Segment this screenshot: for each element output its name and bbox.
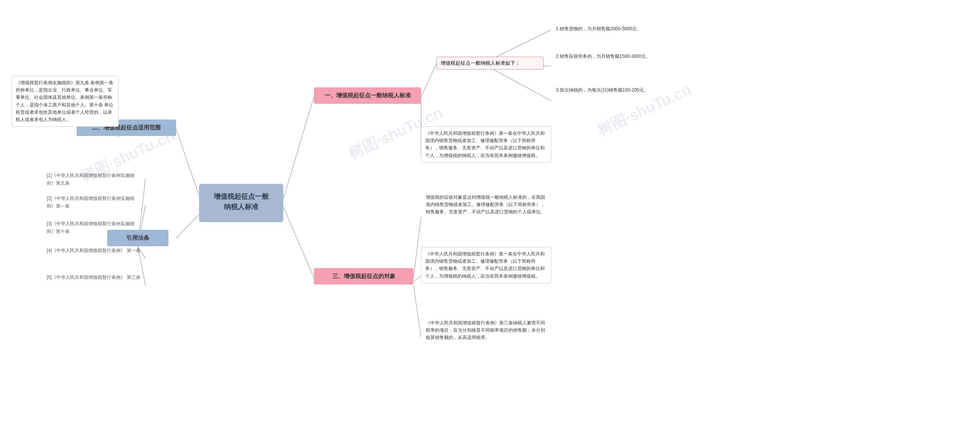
ref-item-3: [3]《中华人民共和国增值税暂行条例实施细则》第十条 bbox=[42, 217, 145, 239]
branch-node-3: 三、增值税起征点的对象 bbox=[314, 268, 413, 285]
taxation-object-desc: 增值税的征收对象是达到增值税一般纳税人标准的，在我国境内销售货物或者加工、修理修… bbox=[421, 191, 551, 219]
right-item-1: 1.销售货物的，为月销售额2000-5000元。 bbox=[551, 22, 681, 36]
right-item-2: 2.销售应税劳务的，为月销售额1500-3000元。 bbox=[551, 50, 681, 63]
standard-label-box: 增值税起征点一般纳税人标准如下： bbox=[436, 57, 544, 70]
svg-line-11 bbox=[413, 285, 421, 337]
svg-line-0 bbox=[283, 97, 314, 199]
svg-line-1 bbox=[283, 207, 314, 278]
ref-4-text: [4]《中华人民共和国增值税暂行条例》 第一条 bbox=[47, 248, 140, 253]
right-item-3-text: 3.按次纳税的，为每次(日)销售额150-200元。 bbox=[556, 87, 648, 93]
law-ref-1-box: 《中华人民共和国增值税暂行条例》第一条在中华人民共和国境内销售货物或者加工、修理… bbox=[421, 126, 551, 163]
ref-item-1: [1]《中华人民共和国增值税暂行条例实施细则》第九条 bbox=[42, 169, 145, 190]
right-item-3: 3.按次纳税的，为每次(日)销售额150-200元。 bbox=[551, 83, 681, 97]
branch-node-1: 一、增值税起征点一般纳税人标准 bbox=[314, 87, 421, 104]
ref-item-4: [4]《中华人民共和国增值税暂行条例》 第一条 bbox=[42, 244, 145, 257]
ref-5-text: [5]《中华人民共和国增值税暂行条例》 第三条 bbox=[47, 275, 140, 280]
taxation-object-text: 增值税的征收对象是达到增值税一般纳税人标准的，在我国境内销售货物或者加工、修理修… bbox=[426, 195, 545, 214]
ref-2-text: [2]《中华人民共和国增值税暂行条例实施细则》第一条 bbox=[47, 196, 134, 209]
ref-item-5: [5]《中华人民共和国增值税暂行条例》 第三条 bbox=[42, 270, 145, 284]
law-ref-3b-text: 《中华人民共和国增值税暂行条例》第三条纳税人兼营不同税率的项目，应当分别核算不同… bbox=[426, 320, 545, 340]
right-item-1-text: 1.销售货物的，为月销售额2000-5000元。 bbox=[556, 26, 641, 31]
law-ref-3b-box: 《中华人民共和国增值税暂行条例》第三条纳税人兼营不同税率的项目，应当分别核算不同… bbox=[421, 316, 551, 345]
ref-3-text: [3]《中华人民共和国增值税暂行条例实施细则》第十条 bbox=[47, 221, 134, 234]
canvas: 树图·shuTu.cn 树图·shuTu.cn 树图·shuTu.cn bbox=[0, 0, 980, 437]
ref-1-text: [1]《中华人民共和国增值税暂行条例实施细则》第九条 bbox=[47, 173, 134, 186]
law-ref-3a-text: 《中华人民共和国增值税暂行条例》第一条在中华人民共和国境内销售货物或者加工、修理… bbox=[425, 251, 545, 279]
scope-text-box: 《增值税暂行条例实施细则》第九条 条例第一条所称单位，是指企业、行政单位、事业单… bbox=[11, 76, 119, 127]
ref-item-2: [2]《中华人民共和国增值税暂行条例实施细则》第一条 bbox=[42, 191, 145, 213]
branch-3-label: 三、增值税起征点的对象 bbox=[332, 273, 395, 279]
scope-text: 《增值税暂行条例实施细则》第九条 条例第一条所称单位，是指企业、行政单位、事业单… bbox=[16, 80, 113, 122]
svg-line-2 bbox=[176, 129, 199, 195]
standard-label-text: 增值税起征点一般纳税人标准如下： bbox=[441, 60, 520, 66]
branch-1-label: 一、增值税起征点一般纳税人标准 bbox=[325, 92, 411, 98]
center-node-label: 增值税起征点一般纳税人标准 bbox=[214, 193, 269, 211]
svg-line-9 bbox=[413, 216, 421, 278]
svg-line-10 bbox=[413, 276, 421, 282]
center-node: 增值税起征点一般纳税人标准 bbox=[199, 184, 283, 222]
law-ref-3a-box: 《中华人民共和国增值税暂行条例》第一条在中华人民共和国境内销售货物或者加工、修理… bbox=[421, 247, 551, 283]
law-ref-1-text: 《中华人民共和国增值税暂行条例》第一条在中华人民共和国境内销售货物或者加工、修理… bbox=[425, 131, 545, 158]
svg-line-4 bbox=[421, 64, 436, 97]
right-item-2-text: 2.销售应税劳务的，为月销售额1500-3000元。 bbox=[556, 54, 650, 59]
svg-line-3 bbox=[176, 214, 199, 238]
